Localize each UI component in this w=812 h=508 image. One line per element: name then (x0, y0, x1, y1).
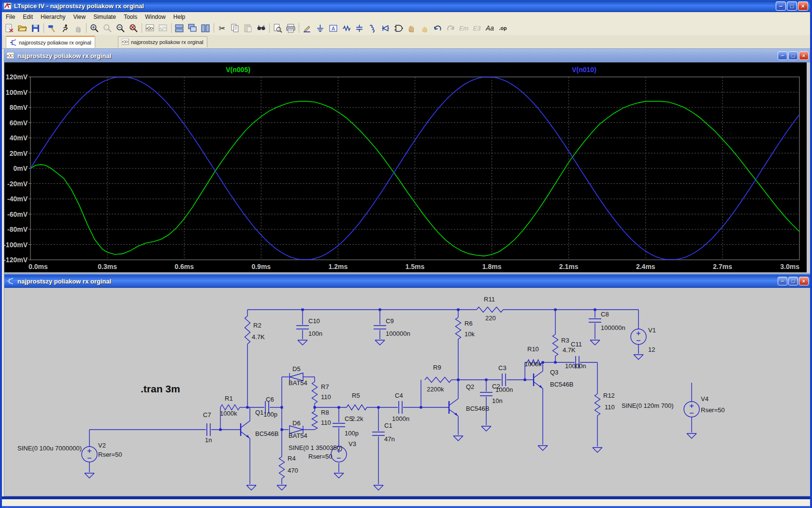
menu-file[interactable]: File (2, 13, 19, 21)
label-R2[interactable]: 4.7K (252, 333, 265, 341)
menu-window[interactable]: Window (141, 13, 170, 21)
label-C3[interactable]: C3 (498, 364, 507, 372)
label-R5[interactable]: R5 (352, 392, 360, 399)
tab-waveform[interactable]: najprostszy poliakow rx orginal (118, 36, 207, 47)
rotate-button[interactable]: E3 (470, 22, 483, 34)
open-button[interactable] (16, 22, 29, 34)
label-C7[interactable]: 1n (205, 436, 212, 444)
tile-vertical-button[interactable] (199, 22, 212, 34)
label-C9[interactable]: 100000n (386, 330, 410, 337)
zoom-out-button[interactable] (114, 22, 127, 34)
label-R4[interactable]: 470 (288, 467, 298, 474)
label-C4[interactable]: 1000n (392, 415, 409, 422)
label-R1[interactable]: 1000k (220, 410, 237, 417)
label-D5[interactable]: D5 (292, 365, 301, 373)
spice-directive-button[interactable]: .op (496, 22, 509, 34)
trace-label-V(n005)[interactable]: V(n005) (226, 66, 250, 74)
label-R2[interactable]: R2 (253, 322, 261, 329)
label-R6[interactable]: R6 (464, 320, 473, 327)
menu-view[interactable]: View (69, 13, 89, 21)
label-R4[interactable]: R4 (288, 455, 296, 462)
place-component-button[interactable] (392, 22, 405, 34)
copy-button[interactable] (229, 22, 242, 34)
label-R3[interactable]: R3 (561, 337, 569, 344)
spice-directive-text[interactable]: .tran 3m (141, 383, 180, 394)
label-R7[interactable]: 110 (321, 393, 331, 401)
label-V2[interactable]: SINE(0 100u 7000000) (17, 445, 82, 452)
drag-button[interactable] (418, 22, 431, 34)
label-V4[interactable]: Rser=50 (701, 406, 725, 414)
place-ground-button[interactable] (314, 22, 327, 34)
label-R8[interactable]: R8 (321, 409, 329, 416)
label-C7[interactable]: C7 (203, 411, 211, 418)
place-diode-button[interactable] (379, 22, 392, 34)
label-R9[interactable]: R9 (433, 364, 441, 371)
label-C8[interactable]: C8 (601, 311, 609, 318)
label-C1[interactable]: C1 (384, 422, 392, 429)
label-R8[interactable]: 110 (321, 419, 331, 426)
menu-help[interactable]: Help (170, 13, 189, 21)
place-label-button[interactable]: A (327, 22, 340, 34)
label-R11[interactable]: R11 (484, 296, 495, 303)
label-R9[interactable]: 2200k (427, 386, 444, 393)
waveform-minimize-button[interactable]: − (778, 51, 787, 60)
save-button[interactable] (29, 22, 42, 34)
schematic-canvas[interactable]: R24.7KR11000kR11220R610kR34.7KR7110R8110… (4, 288, 807, 496)
schematic-minimize-button[interactable]: − (778, 277, 787, 285)
place-resistor-button[interactable] (340, 22, 353, 34)
waveform-window-title-bar[interactable]: najprostszy poliakow rx orginal − □ × (4, 49, 812, 62)
schematic-window-title-bar[interactable]: najprostszy poliakow rx orginal − □ × (4, 274, 812, 288)
label-C6[interactable]: 100p (263, 411, 277, 418)
label-C10[interactable]: C10 (308, 317, 320, 325)
print-preview-button[interactable] (271, 22, 284, 34)
label-V1[interactable]: 12 (648, 346, 655, 353)
label-R6[interactable]: 10k (464, 330, 475, 338)
label-Q2[interactable]: Q2 (466, 383, 474, 390)
label-R7[interactable]: R7 (321, 383, 329, 390)
label-R10[interactable]: R10 (527, 345, 539, 353)
label-V3[interactable]: V3 (348, 440, 356, 448)
label-R12[interactable]: R12 (603, 392, 615, 399)
place-text-button[interactable]: Aa (483, 22, 496, 34)
schematic-close-button[interactable]: × (799, 277, 809, 285)
label-C9[interactable]: C9 (386, 317, 394, 325)
label-V4[interactable]: V4 (701, 395, 709, 403)
place-inductor-button[interactable] (366, 22, 379, 34)
main-title-bar[interactable]: LTspice IV - najprostszy poliakow rx org… (2, 0, 810, 12)
label-D6[interactable]: BAT54 (289, 432, 307, 439)
waveform-close-button[interactable]: × (799, 51, 809, 60)
label-V2[interactable]: Rser=50 (98, 451, 122, 458)
tile-horizontal-button[interactable] (173, 22, 186, 34)
close-button[interactable]: × (798, 1, 808, 11)
paste-button[interactable] (242, 22, 255, 34)
label-Q3[interactable]: BC546B (550, 381, 573, 388)
label-Q1[interactable]: BC546B (255, 430, 278, 437)
autorange-y-axis-button[interactable] (144, 22, 157, 34)
new-schematic-button[interactable] (3, 22, 16, 34)
label-Q1[interactable]: Q1 (255, 409, 263, 416)
label-R1[interactable]: R1 (225, 395, 233, 402)
place-capacitor-button[interactable] (353, 22, 366, 34)
label-C10[interactable]: 100n (308, 330, 322, 337)
draw-wire-button[interactable] (301, 22, 314, 34)
plot-settings-button[interactable] (157, 22, 170, 34)
redo-button[interactable] (444, 22, 457, 34)
label-C5[interactable]: C5 (345, 415, 353, 422)
cascade-windows-button[interactable] (186, 22, 199, 34)
control-panel-button[interactable] (45, 22, 58, 34)
label-C11[interactable]: C11 (571, 341, 582, 348)
cut-button[interactable]: ✂ (216, 22, 229, 34)
label-R12[interactable]: 110 (605, 403, 615, 411)
label-C6[interactable]: C6 (266, 396, 274, 403)
label-C3[interactable]: 1000n (495, 386, 513, 393)
waveform-maximize-button[interactable]: □ (788, 51, 798, 60)
menu-edit[interactable]: Edit (19, 13, 37, 21)
minimize-button[interactable]: − (776, 1, 786, 11)
menu-hierarchy[interactable]: Hierarchy (37, 13, 69, 21)
label-C5[interactable]: 100p (345, 430, 359, 437)
find-button[interactable] (255, 22, 268, 34)
undo-button[interactable] (431, 22, 444, 34)
label-Q3[interactable]: Q3 (550, 369, 558, 376)
run-button[interactable] (58, 22, 72, 34)
trace-label-V(n010)[interactable]: V(n010) (572, 66, 596, 74)
